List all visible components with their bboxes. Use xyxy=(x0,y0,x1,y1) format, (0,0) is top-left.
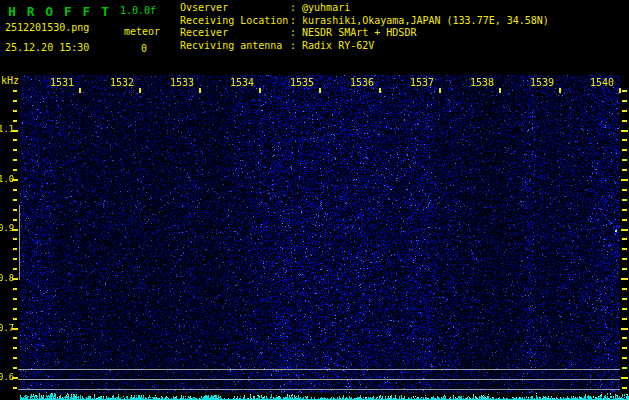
x-axis-label: 1539 xyxy=(527,78,557,88)
observer-field-label: Receiving Location xyxy=(180,15,290,28)
y-axis-tick-left xyxy=(13,149,17,151)
y-axis-tick-left xyxy=(13,387,17,389)
y-axis-label: 1.1 xyxy=(0,125,12,134)
y-axis-tick-right xyxy=(622,90,627,92)
left-frequency-marker-line xyxy=(19,205,20,280)
x-axis-tick xyxy=(319,88,321,93)
y-axis-tick-left xyxy=(13,219,17,221)
y-axis-tick-right xyxy=(622,219,627,221)
y-axis-tick-right xyxy=(622,367,627,369)
y-axis-tick-right xyxy=(622,120,627,122)
x-axis-label: 1535 xyxy=(287,78,317,88)
y-axis-tick-left xyxy=(13,308,17,310)
y-axis-tick-right xyxy=(622,268,627,270)
x-axis-tick xyxy=(619,88,621,93)
y-axis-tick-left xyxy=(13,199,17,201)
y-axis-label: 1.0 xyxy=(0,175,12,184)
y-axis-tick-right xyxy=(622,189,627,191)
y-axis-tick-right xyxy=(621,377,628,379)
observer-field-row: Recviving antenna: Radix RY-62V xyxy=(180,40,549,53)
x-axis-tick xyxy=(139,88,141,93)
observer-field-value: : Radix RY-62V xyxy=(290,40,374,51)
x-axis-label: 1533 xyxy=(167,78,197,88)
y-axis-label: 0.8 xyxy=(0,274,12,283)
y-axis-tick-left xyxy=(13,347,17,349)
observer-field-value: : @yuhmari xyxy=(290,2,350,13)
y-axis-tick-left xyxy=(13,268,17,270)
signal-level-strip-canvas xyxy=(20,393,629,400)
y-axis-tick-left xyxy=(13,169,17,171)
y-axis-tick-left xyxy=(13,139,17,141)
y-axis-tick-right xyxy=(622,238,627,240)
y-axis-tick-right xyxy=(622,288,627,290)
y-axis-tick-right xyxy=(621,130,628,132)
y-axis-tick-left xyxy=(13,337,17,339)
y-axis-label: 0.6 xyxy=(0,373,12,382)
meteor-counter-label: meteor xyxy=(124,27,160,37)
y-axis-tick-right xyxy=(622,298,627,300)
x-axis-label: 1538 xyxy=(467,78,497,88)
y-axis-tick-left xyxy=(13,159,17,161)
y-axis-tick-right xyxy=(621,278,628,280)
y-axis-tick-left xyxy=(13,248,17,250)
y-axis-tick-right xyxy=(622,199,627,201)
version-label: 1.0.0f xyxy=(120,6,156,16)
y-axis-tick-left xyxy=(13,90,17,92)
x-axis-tick xyxy=(499,88,501,93)
x-axis-tick xyxy=(199,88,201,93)
y-axis-tick-left xyxy=(13,110,17,112)
spectrogram-canvas xyxy=(20,75,620,393)
y-axis-tick-right xyxy=(622,387,627,389)
y-axis-tick-left xyxy=(13,209,17,211)
y-axis-tick-left xyxy=(13,258,17,260)
observer-field-row: Receiving Location: kurashiki,Okayama,JA… xyxy=(180,15,549,28)
x-axis-label: 1540 xyxy=(587,78,617,88)
y-axis-tick-right xyxy=(622,100,627,102)
observer-field-value: : NESDR SMArt + HDSDR xyxy=(290,27,416,38)
y-axis-tick-right xyxy=(622,337,627,339)
y-axis-tick-left xyxy=(13,288,17,290)
y-axis-tick-right xyxy=(622,209,627,211)
y-axis-tick-left xyxy=(13,298,17,300)
y-axis-tick-right xyxy=(621,229,628,231)
hrofft-screen: H R O F F T 1.0.0f 2512201530.png meteor… xyxy=(0,0,629,400)
observer-field-row: Ovserver: @yuhmari xyxy=(180,2,549,15)
x-axis-label: 1531 xyxy=(47,78,77,88)
y-axis-tick-left xyxy=(13,238,17,240)
app-title: H R O F F T xyxy=(8,4,111,19)
x-axis-tick xyxy=(379,88,381,93)
observer-field-value: : kurashiki,Okayama,JAPAN (133.77E, 34.5… xyxy=(290,15,549,26)
x-axis-label: 1534 xyxy=(227,78,257,88)
filename-label: 2512201530.png xyxy=(5,23,89,33)
x-axis-label: 1536 xyxy=(347,78,377,88)
y-axis-tick-right xyxy=(622,248,627,250)
y-axis-tick-right xyxy=(621,328,628,330)
detection-band-line xyxy=(18,369,620,370)
khz-axis-unit-label: kHz xyxy=(1,76,19,86)
observer-field-label: Receiver xyxy=(180,27,290,40)
x-axis-tick xyxy=(439,88,441,93)
detection-band-line xyxy=(18,389,620,390)
x-axis-label: 1537 xyxy=(407,78,437,88)
y-axis-tick-left xyxy=(13,120,17,122)
y-axis-tick-right xyxy=(622,139,627,141)
y-axis-tick-left xyxy=(13,357,17,359)
observer-field-row: Receiver: NESDR SMArt + HDSDR xyxy=(180,27,549,40)
y-axis-tick-right xyxy=(622,159,627,161)
y-axis-label: 0.7 xyxy=(0,324,12,333)
detection-band-line xyxy=(18,379,620,380)
x-axis-tick xyxy=(559,88,561,93)
y-axis-label: 0.9 xyxy=(0,224,12,233)
observer-info-block: Ovserver: @yuhmariReceiving Location: ku… xyxy=(180,2,549,52)
y-axis-tick-right xyxy=(622,110,627,112)
meteor-count-value: 0 xyxy=(141,44,147,54)
y-axis-tick-left xyxy=(13,367,17,369)
y-axis-tick-right xyxy=(622,258,627,260)
x-axis-tick xyxy=(259,88,261,93)
y-axis-tick-left xyxy=(13,318,17,320)
y-axis-tick-right xyxy=(622,308,627,310)
y-axis-tick-right xyxy=(621,179,628,181)
y-axis-tick-right xyxy=(622,149,627,151)
y-axis-tick-right xyxy=(622,357,627,359)
observer-field-label: Ovserver xyxy=(180,2,290,15)
